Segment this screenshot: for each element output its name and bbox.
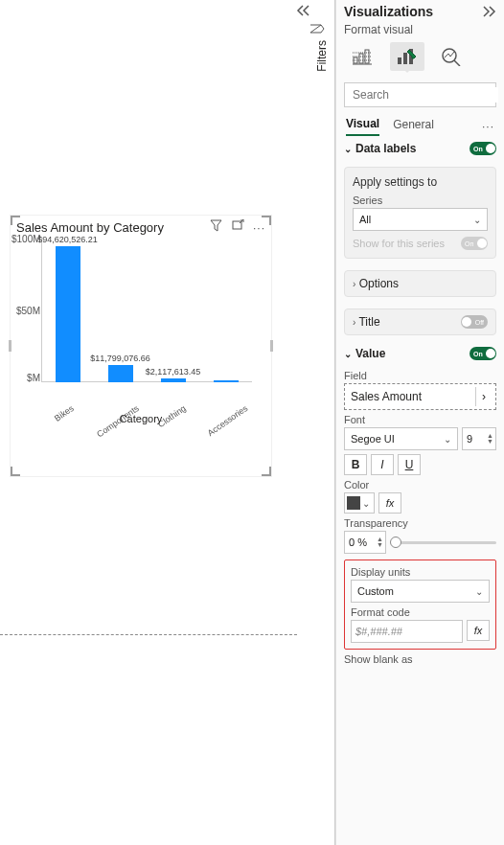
title-toggle[interactable]: Off (461, 315, 488, 329)
field-picker[interactable]: Sales Amount › (344, 383, 496, 410)
font-family-select[interactable]: Segoe UI⌄ (344, 427, 458, 450)
svg-rect-9 (403, 53, 407, 64)
expand-pane-icon[interactable] (483, 6, 496, 17)
data-label: $2,117,613.45 (146, 367, 201, 377)
chart-visual[interactable]: Sales Amount by Category ··· Sales Amoun… (10, 215, 272, 477)
bar (56, 246, 80, 382)
search-box[interactable] (344, 82, 496, 107)
chevron-right-icon: › (353, 279, 355, 289)
pane-subtitle: Format visual (336, 23, 504, 36)
x-axis-label: Category (16, 413, 265, 424)
font-size-input[interactable]: 9▲▼ (462, 427, 496, 450)
font-label: Font (344, 414, 496, 425)
value-toggle[interactable]: On (470, 347, 496, 360)
resize-handle-tl[interactable] (11, 216, 20, 225)
display-units-select[interactable]: Custom⌄ (351, 580, 490, 603)
resize-handle-tr[interactable] (262, 216, 271, 225)
transparency-label: Transparency (344, 517, 496, 529)
transparency-slider[interactable] (392, 541, 496, 544)
show-blank-label: Show blank as (344, 653, 496, 665)
bold-button[interactable]: B (344, 454, 367, 475)
chevron-down-icon: ⌄ (475, 586, 483, 597)
svg-rect-2 (359, 54, 363, 63)
color-picker[interactable]: ⌄ (344, 492, 375, 514)
tab-visual[interactable]: Visual (346, 117, 379, 136)
y-tick: $M (11, 373, 40, 383)
search-input[interactable] (351, 87, 498, 103)
series-select[interactable]: All⌄ (353, 208, 488, 231)
data-label: $11,799,076.66 (90, 354, 150, 363)
color-label: Color (344, 479, 496, 491)
build-visual-tab[interactable] (346, 42, 380, 71)
field-label: Field (344, 370, 496, 381)
title-card[interactable]: › Title Off (344, 308, 496, 335)
focus-mode-icon[interactable] (232, 219, 244, 232)
highlighted-format-section: Display units Custom⌄ Format code $#,###… (344, 560, 496, 650)
chevron-right-icon[interactable]: › (475, 387, 492, 406)
slider-thumb[interactable] (390, 537, 401, 548)
data-labels-toggle[interactable]: On (470, 142, 496, 155)
pane-collapse-button[interactable] (296, 4, 311, 17)
svg-rect-8 (398, 57, 401, 64)
chevron-down-icon: ⌄ (473, 215, 481, 225)
chevron-right-icon: › (353, 317, 355, 328)
italic-button[interactable]: I (371, 454, 394, 475)
bar (214, 380, 239, 382)
chevron-down-icon: ⌄ (344, 144, 352, 154)
data-label: $94,620,526.21 (37, 235, 98, 244)
page-divider (0, 634, 297, 635)
format-code-fx-button[interactable]: fx (467, 620, 490, 641)
report-canvas: Filters Sales Amount by Category ··· Sal… (0, 0, 335, 845)
pane-title: Visualizations (344, 4, 433, 19)
value-header[interactable]: Value (355, 347, 385, 360)
chart-title: Sales Amount by Category (16, 220, 164, 235)
show-series-label: Show for this series (353, 238, 445, 249)
underline-button[interactable]: U (398, 454, 421, 475)
options-card[interactable]: › Options (344, 270, 496, 297)
filters-label: Filters (315, 40, 329, 72)
filter-icon[interactable] (210, 219, 222, 232)
show-series-toggle: On (461, 237, 488, 250)
series-label: Series (353, 194, 488, 206)
tab-general[interactable]: General (393, 118, 434, 135)
chevron-down-icon: ⌄ (362, 498, 370, 509)
resize-handle-right[interactable] (270, 340, 273, 352)
visualizations-pane: Visualizations Format visual Visual Gene… (335, 0, 504, 845)
apply-settings-header: Apply settings to (353, 175, 488, 189)
format-code-label: Format code (351, 606, 490, 618)
chart-plot-area: Sales Amount $100M $50M $M $94,620,526.2… (16, 239, 265, 421)
analytics-tab[interactable] (434, 42, 469, 71)
y-tick: $50M (11, 306, 40, 316)
svg-line-12 (454, 60, 460, 66)
filters-icon (309, 23, 325, 36)
apply-settings-card: Apply settings to Series All⌄ Show for t… (344, 167, 496, 259)
filters-pane-tab[interactable]: Filters (309, 23, 334, 75)
y-axis-label: Sales Amount (0, 236, 2, 301)
resize-handle-left[interactable] (9, 340, 11, 352)
tab-more[interactable]: ··· (482, 120, 494, 133)
color-fx-button[interactable]: fx (378, 492, 401, 514)
resize-handle-bl[interactable] (11, 467, 20, 476)
data-labels-header[interactable]: Data labels (355, 142, 416, 155)
y-tick: $100M (11, 234, 40, 244)
chevron-down-icon: ⌄ (444, 434, 451, 445)
bar (161, 378, 186, 382)
bar (108, 365, 133, 382)
format-visual-tab[interactable] (390, 42, 424, 71)
format-code-input[interactable]: $#,###.## (351, 620, 463, 643)
resize-handle-br[interactable] (262, 467, 271, 476)
transparency-input[interactable]: 0 %▲▼ (344, 531, 386, 554)
chevron-down-icon: ⌄ (344, 349, 352, 359)
display-units-label: Display units (351, 566, 490, 578)
